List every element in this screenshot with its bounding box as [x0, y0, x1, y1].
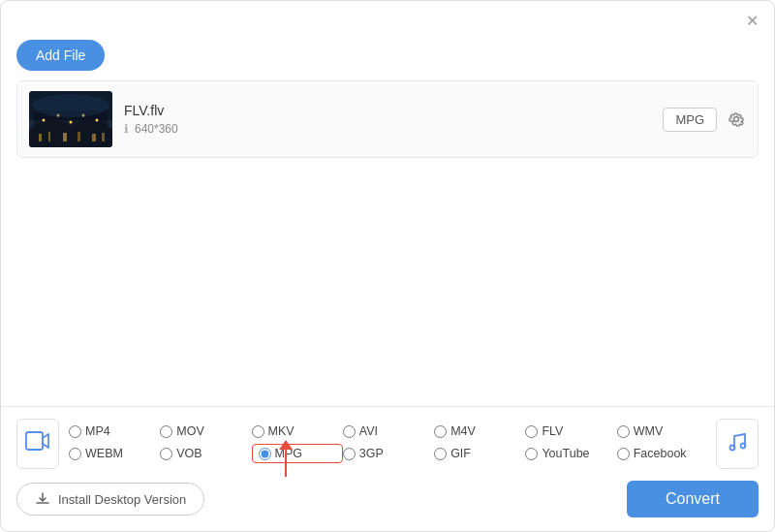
music-icon [727, 431, 748, 457]
format-option-mkv[interactable]: MKV [252, 424, 343, 438]
format-label-youtube: YouTube [542, 447, 589, 460]
footer: Install Desktop Version Convert [1, 469, 774, 531]
svg-rect-3 [39, 134, 42, 141]
svg-rect-6 [78, 132, 80, 141]
svg-rect-5 [63, 133, 67, 141]
main-content [1, 158, 774, 406]
format-grid: MP4 MOV MKV AVI M4V [69, 424, 708, 463]
format-option-gif[interactable]: GIF [434, 444, 525, 463]
svg-point-14 [32, 94, 109, 117]
format-selector-panel: MP4 MOV MKV AVI M4V [1, 406, 774, 469]
file-name: FLV.flv [124, 103, 651, 118]
format-option-mp4[interactable]: MP4 [69, 424, 160, 438]
audio-format-tab[interactable] [716, 419, 759, 469]
format-label-mov: MOV [176, 424, 203, 438]
file-item: FLV.flv ℹ 640*360 MPG [17, 81, 758, 157]
arrow-line [285, 450, 287, 477]
format-label-3gp: 3GP [359, 447, 384, 460]
svg-point-11 [70, 121, 73, 124]
format-option-wmv[interactable]: WMV [617, 424, 708, 438]
format-selector: MP4 MOV MKV AVI M4V [16, 419, 759, 469]
video-format-tab[interactable] [16, 419, 59, 469]
settings-button[interactable] [727, 110, 746, 129]
format-option-flv[interactable]: FLV [525, 424, 616, 438]
convert-button[interactable]: Convert [627, 481, 759, 517]
video-icon [25, 429, 50, 458]
file-actions: MPG [663, 108, 746, 132]
format-label-mkv: MKV [268, 424, 294, 438]
svg-point-9 [43, 119, 46, 122]
arrow-indicator [279, 440, 293, 477]
format-option-youtube[interactable]: YouTube [525, 444, 616, 463]
format-label-webm: WEBM [85, 447, 123, 460]
file-meta: ℹ 640*360 [124, 122, 651, 136]
install-label: Install Desktop Version [58, 492, 186, 507]
format-option-avi[interactable]: AVI [343, 424, 434, 438]
info-icon: ℹ [124, 122, 129, 136]
format-label-wmv: WMV [634, 424, 664, 438]
format-option-3gp[interactable]: 3GP [343, 444, 434, 463]
format-option-facebook[interactable]: Facebook [617, 444, 708, 463]
format-label-vob: VOB [176, 447, 202, 460]
svg-point-17 [741, 443, 746, 448]
format-badge[interactable]: MPG [663, 108, 717, 132]
svg-point-16 [730, 445, 735, 450]
format-option-webm[interactable]: WEBM [69, 444, 160, 463]
svg-rect-15 [26, 432, 43, 450]
format-option-mpg[interactable]: MPG [252, 444, 343, 463]
format-option-vob[interactable]: VOB [160, 444, 251, 463]
format-label-mp4: MP4 [85, 424, 110, 438]
close-button[interactable]: ✕ [743, 12, 760, 29]
format-label-avi: AVI [359, 424, 378, 438]
svg-rect-7 [92, 134, 96, 141]
svg-rect-8 [102, 133, 105, 141]
install-button[interactable]: Install Desktop Version [16, 483, 204, 516]
format-label-m4v: M4V [450, 424, 476, 438]
format-label-facebook: Facebook [634, 447, 687, 460]
title-bar: ✕ [1, 1, 774, 36]
app-window: ✕ Add File [0, 0, 775, 532]
file-thumbnail [29, 91, 112, 147]
format-label-gif: GIF [450, 447, 471, 460]
format-option-mov[interactable]: MOV [160, 424, 251, 438]
file-resolution: 640*360 [135, 122, 178, 136]
file-info: FLV.flv ℹ 640*360 [124, 103, 651, 136]
file-list: FLV.flv ℹ 640*360 MPG [16, 80, 759, 158]
svg-point-13 [96, 119, 99, 122]
arrow-head [279, 440, 293, 450]
svg-rect-4 [48, 132, 50, 141]
toolbar: Add File [1, 36, 774, 80]
download-icon [35, 491, 50, 507]
add-file-button[interactable]: Add File [16, 40, 105, 71]
format-option-m4v[interactable]: M4V [434, 424, 525, 438]
format-label-flv: FLV [542, 424, 563, 438]
